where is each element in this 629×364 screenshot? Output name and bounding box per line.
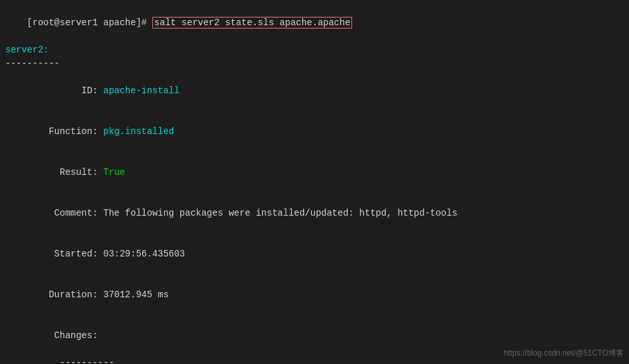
terminal: [root@server1 apache]# salt server2 stat… (0, 0, 629, 364)
comment-value: The following packages were installed/up… (103, 208, 457, 218)
duration-value: 37012.945 ms (103, 290, 169, 300)
id-line: ID: apache-install (5, 71, 624, 111)
started-label: Started: (27, 249, 104, 259)
duration-line: Duration: 37012.945 ms (5, 275, 624, 315)
separator-1: ---------- (5, 57, 624, 71)
id-label: ID: (27, 85, 104, 96)
prompt: [root@server1 apache]# (27, 17, 152, 28)
changes-label: Changes: (27, 330, 104, 341)
function-value: pkg.installed (103, 126, 174, 137)
result-label: Result: (27, 167, 104, 177)
started-line: Started: 03:29:56.435603 (5, 234, 624, 275)
duration-label: Duration: (27, 290, 104, 300)
command-text: salt server2 state.sls apache.apache (152, 17, 352, 28)
function-line: Function: pkg.installed (5, 111, 624, 152)
started-value: 03:29:56.435603 (103, 249, 185, 259)
watermark: https://blog.csdn.net/@51CTO博客 (504, 348, 624, 359)
comment-line: Comment: The following packages were ins… (5, 193, 624, 234)
result-value: True (103, 167, 125, 177)
result-line: Result: True (5, 152, 624, 193)
command-line: [root@server1 apache]# salt server2 stat… (5, 3, 624, 43)
function-label: Function: (27, 126, 104, 137)
comment-label: Comment: (27, 208, 104, 218)
id-value: apache-install (103, 85, 180, 96)
server-name: server2: (5, 43, 624, 57)
